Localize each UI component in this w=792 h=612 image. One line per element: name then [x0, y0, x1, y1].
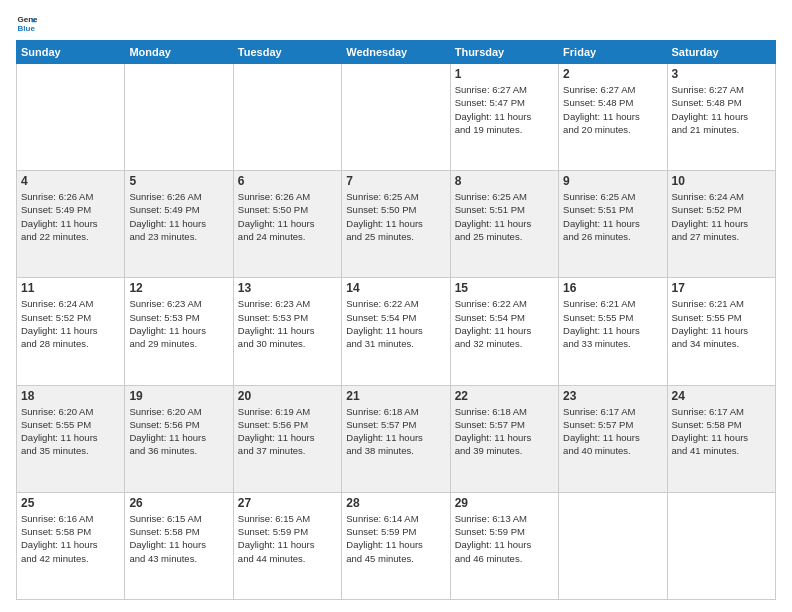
- logo-icon: General Blue: [16, 12, 38, 34]
- calendar-cell: [342, 64, 450, 171]
- calendar-cell: 19Sunrise: 6:20 AMSunset: 5:56 PMDayligh…: [125, 385, 233, 492]
- day-number: 9: [563, 174, 662, 188]
- day-number: 23: [563, 389, 662, 403]
- day-number: 12: [129, 281, 228, 295]
- day-info: Sunrise: 6:26 AMSunset: 5:49 PMDaylight:…: [129, 190, 228, 243]
- calendar-cell: 3Sunrise: 6:27 AMSunset: 5:48 PMDaylight…: [667, 64, 775, 171]
- calendar-cell: 11Sunrise: 6:24 AMSunset: 5:52 PMDayligh…: [17, 278, 125, 385]
- calendar-cell: 14Sunrise: 6:22 AMSunset: 5:54 PMDayligh…: [342, 278, 450, 385]
- weekday-header-tuesday: Tuesday: [233, 41, 341, 64]
- weekday-header-saturday: Saturday: [667, 41, 775, 64]
- day-info: Sunrise: 6:26 AMSunset: 5:50 PMDaylight:…: [238, 190, 337, 243]
- calendar-cell: [559, 492, 667, 599]
- day-info: Sunrise: 6:24 AMSunset: 5:52 PMDaylight:…: [672, 190, 771, 243]
- calendar-cell: 29Sunrise: 6:13 AMSunset: 5:59 PMDayligh…: [450, 492, 558, 599]
- day-info: Sunrise: 6:17 AMSunset: 5:57 PMDaylight:…: [563, 405, 662, 458]
- header: General Blue: [16, 12, 776, 34]
- weekday-header-thursday: Thursday: [450, 41, 558, 64]
- day-number: 1: [455, 67, 554, 81]
- day-info: Sunrise: 6:14 AMSunset: 5:59 PMDaylight:…: [346, 512, 445, 565]
- day-info: Sunrise: 6:25 AMSunset: 5:50 PMDaylight:…: [346, 190, 445, 243]
- day-number: 21: [346, 389, 445, 403]
- calendar-table: SundayMondayTuesdayWednesdayThursdayFrid…: [16, 40, 776, 600]
- day-number: 25: [21, 496, 120, 510]
- week-row-4: 18Sunrise: 6:20 AMSunset: 5:55 PMDayligh…: [17, 385, 776, 492]
- day-info: Sunrise: 6:16 AMSunset: 5:58 PMDaylight:…: [21, 512, 120, 565]
- day-number: 17: [672, 281, 771, 295]
- day-number: 7: [346, 174, 445, 188]
- calendar-cell: 27Sunrise: 6:15 AMSunset: 5:59 PMDayligh…: [233, 492, 341, 599]
- svg-text:General: General: [17, 15, 38, 24]
- day-number: 29: [455, 496, 554, 510]
- calendar-cell: 22Sunrise: 6:18 AMSunset: 5:57 PMDayligh…: [450, 385, 558, 492]
- day-info: Sunrise: 6:25 AMSunset: 5:51 PMDaylight:…: [563, 190, 662, 243]
- day-number: 11: [21, 281, 120, 295]
- day-info: Sunrise: 6:27 AMSunset: 5:48 PMDaylight:…: [672, 83, 771, 136]
- day-number: 18: [21, 389, 120, 403]
- weekday-header-wednesday: Wednesday: [342, 41, 450, 64]
- day-info: Sunrise: 6:24 AMSunset: 5:52 PMDaylight:…: [21, 297, 120, 350]
- day-info: Sunrise: 6:21 AMSunset: 5:55 PMDaylight:…: [672, 297, 771, 350]
- day-number: 8: [455, 174, 554, 188]
- day-info: Sunrise: 6:17 AMSunset: 5:58 PMDaylight:…: [672, 405, 771, 458]
- calendar-cell: 21Sunrise: 6:18 AMSunset: 5:57 PMDayligh…: [342, 385, 450, 492]
- calendar-cell: 24Sunrise: 6:17 AMSunset: 5:58 PMDayligh…: [667, 385, 775, 492]
- day-number: 15: [455, 281, 554, 295]
- day-number: 10: [672, 174, 771, 188]
- logo: General Blue: [16, 12, 38, 34]
- calendar-cell: 2Sunrise: 6:27 AMSunset: 5:48 PMDaylight…: [559, 64, 667, 171]
- day-number: 3: [672, 67, 771, 81]
- calendar-cell: 12Sunrise: 6:23 AMSunset: 5:53 PMDayligh…: [125, 278, 233, 385]
- day-number: 27: [238, 496, 337, 510]
- day-info: Sunrise: 6:15 AMSunset: 5:58 PMDaylight:…: [129, 512, 228, 565]
- calendar-cell: 5Sunrise: 6:26 AMSunset: 5:49 PMDaylight…: [125, 171, 233, 278]
- week-row-2: 4Sunrise: 6:26 AMSunset: 5:49 PMDaylight…: [17, 171, 776, 278]
- day-number: 22: [455, 389, 554, 403]
- calendar-cell: 7Sunrise: 6:25 AMSunset: 5:50 PMDaylight…: [342, 171, 450, 278]
- calendar-cell: 4Sunrise: 6:26 AMSunset: 5:49 PMDaylight…: [17, 171, 125, 278]
- day-number: 19: [129, 389, 228, 403]
- day-number: 5: [129, 174, 228, 188]
- weekday-header-monday: Monday: [125, 41, 233, 64]
- day-number: 6: [238, 174, 337, 188]
- calendar-cell: [17, 64, 125, 171]
- calendar-cell: [125, 64, 233, 171]
- day-info: Sunrise: 6:22 AMSunset: 5:54 PMDaylight:…: [346, 297, 445, 350]
- calendar-cell: [667, 492, 775, 599]
- day-info: Sunrise: 6:18 AMSunset: 5:57 PMDaylight:…: [346, 405, 445, 458]
- calendar-cell: [233, 64, 341, 171]
- svg-text:Blue: Blue: [17, 24, 35, 33]
- day-info: Sunrise: 6:27 AMSunset: 5:47 PMDaylight:…: [455, 83, 554, 136]
- calendar-cell: 26Sunrise: 6:15 AMSunset: 5:58 PMDayligh…: [125, 492, 233, 599]
- calendar-cell: 25Sunrise: 6:16 AMSunset: 5:58 PMDayligh…: [17, 492, 125, 599]
- calendar-cell: 15Sunrise: 6:22 AMSunset: 5:54 PMDayligh…: [450, 278, 558, 385]
- day-number: 26: [129, 496, 228, 510]
- day-info: Sunrise: 6:27 AMSunset: 5:48 PMDaylight:…: [563, 83, 662, 136]
- day-number: 16: [563, 281, 662, 295]
- week-row-1: 1Sunrise: 6:27 AMSunset: 5:47 PMDaylight…: [17, 64, 776, 171]
- week-row-5: 25Sunrise: 6:16 AMSunset: 5:58 PMDayligh…: [17, 492, 776, 599]
- day-number: 24: [672, 389, 771, 403]
- day-info: Sunrise: 6:26 AMSunset: 5:49 PMDaylight:…: [21, 190, 120, 243]
- day-number: 4: [21, 174, 120, 188]
- day-info: Sunrise: 6:22 AMSunset: 5:54 PMDaylight:…: [455, 297, 554, 350]
- day-info: Sunrise: 6:20 AMSunset: 5:56 PMDaylight:…: [129, 405, 228, 458]
- calendar-cell: 23Sunrise: 6:17 AMSunset: 5:57 PMDayligh…: [559, 385, 667, 492]
- day-info: Sunrise: 6:23 AMSunset: 5:53 PMDaylight:…: [238, 297, 337, 350]
- calendar-cell: 28Sunrise: 6:14 AMSunset: 5:59 PMDayligh…: [342, 492, 450, 599]
- calendar-cell: 20Sunrise: 6:19 AMSunset: 5:56 PMDayligh…: [233, 385, 341, 492]
- day-number: 20: [238, 389, 337, 403]
- day-number: 13: [238, 281, 337, 295]
- day-info: Sunrise: 6:20 AMSunset: 5:55 PMDaylight:…: [21, 405, 120, 458]
- day-info: Sunrise: 6:21 AMSunset: 5:55 PMDaylight:…: [563, 297, 662, 350]
- calendar-cell: 6Sunrise: 6:26 AMSunset: 5:50 PMDaylight…: [233, 171, 341, 278]
- calendar-cell: 9Sunrise: 6:25 AMSunset: 5:51 PMDaylight…: [559, 171, 667, 278]
- calendar-cell: 10Sunrise: 6:24 AMSunset: 5:52 PMDayligh…: [667, 171, 775, 278]
- page: General Blue SundayMondayTuesdayWednesda…: [0, 0, 792, 612]
- day-info: Sunrise: 6:19 AMSunset: 5:56 PMDaylight:…: [238, 405, 337, 458]
- day-info: Sunrise: 6:25 AMSunset: 5:51 PMDaylight:…: [455, 190, 554, 243]
- weekday-header-sunday: Sunday: [17, 41, 125, 64]
- calendar-cell: 13Sunrise: 6:23 AMSunset: 5:53 PMDayligh…: [233, 278, 341, 385]
- calendar-cell: 1Sunrise: 6:27 AMSunset: 5:47 PMDaylight…: [450, 64, 558, 171]
- weekday-header-friday: Friday: [559, 41, 667, 64]
